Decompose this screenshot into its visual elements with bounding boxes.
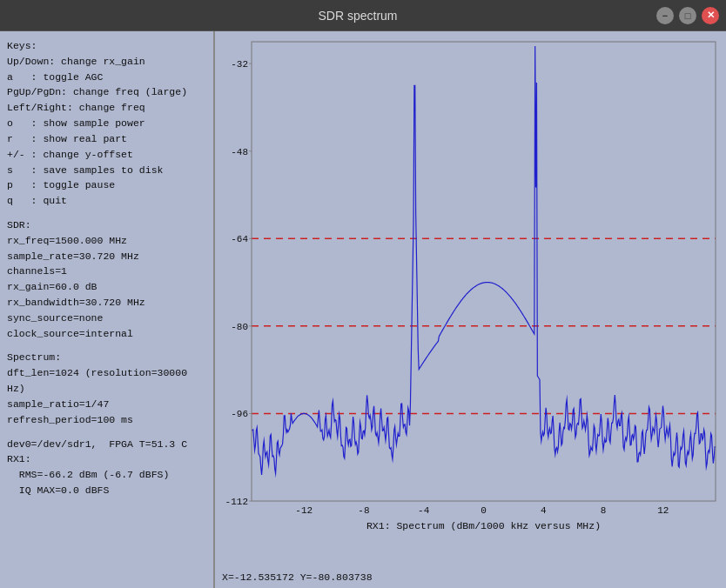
window-title: SDR spectrum — [59, 9, 656, 23]
window-controls[interactable]: − □ ✕ — [656, 7, 719, 24]
right-panel: X=-12.535172 Y=-80.803738 — [215, 31, 726, 588]
status-bar: X=-12.535172 Y=-80.803738 — [215, 565, 726, 588]
chart-area — [215, 35, 726, 565]
spectrum-section: Spectrum: dft_len=1024 (resolution=30000… — [7, 350, 206, 427]
keys-section: Keys: Up/Down: change rx_gain a : toggle… — [7, 38, 206, 209]
spectrum-chart — [215, 35, 726, 543]
sdr-section: SDR: rx_freq=1500.000 MHz sample_rate=30… — [7, 217, 206, 342]
maximize-button[interactable]: □ — [679, 7, 696, 24]
minimize-button[interactable]: − — [656, 7, 674, 24]
coordinates-text: X=-12.535172 Y=-80.803738 — [222, 571, 373, 583]
left-panel: Keys: Up/Down: change rx_gain a : toggle… — [0, 31, 213, 588]
close-button[interactable]: ✕ — [702, 7, 719, 24]
title-bar: SDR spectrum − □ ✕ — [0, 0, 726, 31]
main-content: Keys: Up/Down: change rx_gain a : toggle… — [0, 31, 726, 588]
device-section: dev0=/dev/sdr1, FPGA T=51.3 C RX1: RMS=-… — [7, 437, 206, 498]
